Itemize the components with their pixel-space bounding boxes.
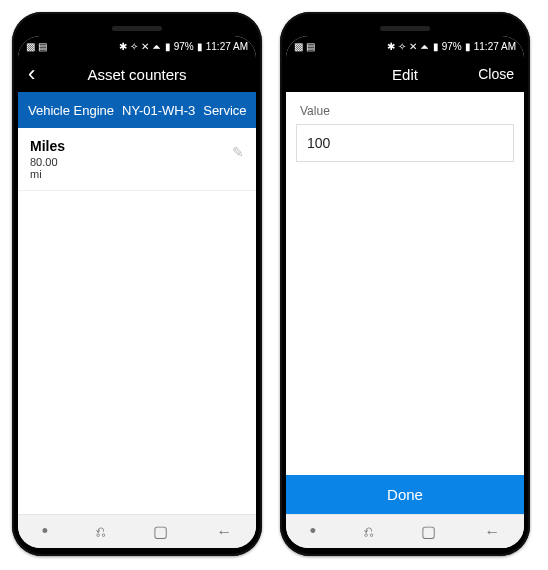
content: Miles 80.00 mi ✎ <box>18 128 256 514</box>
nav-home-button[interactable]: ▢ <box>153 522 168 541</box>
screen-right: ▩ ▤ ✱ ✧ ✕ ⏶ ▮ 97% ▮ 11:27 AM Edit Close … <box>286 36 524 548</box>
clock: 11:27 AM <box>206 41 248 52</box>
status-app2-icon: ▤ <box>38 41 47 52</box>
status-app2-icon: ▤ <box>306 41 315 52</box>
asset-header: Vehicle Engine NY-01-WH-3 Service <box>18 92 256 128</box>
back-button[interactable]: ‹ <box>28 61 72 87</box>
battery-icon: ▮ <box>465 41 471 52</box>
value-input[interactable]: 100 <box>296 124 514 162</box>
battery-icon: ▮ <box>197 41 203 52</box>
close-button[interactable]: Close <box>470 66 514 82</box>
mute-icon: ✕ <box>409 41 417 52</box>
asset-type: Vehicle Engine <box>28 103 114 118</box>
nav-home-button[interactable]: ▢ <box>421 522 436 541</box>
content: Value 100 Done <box>286 92 524 514</box>
app-bar: Edit Close <box>286 56 524 92</box>
nav-bar: • ⎌ ▢ ← <box>18 514 256 548</box>
counter-value: 80.00 <box>30 156 65 168</box>
clock: 11:27 AM <box>474 41 516 52</box>
asset-id: NY-01-WH-3 <box>122 103 195 118</box>
status-app1-icon: ▩ <box>294 41 303 52</box>
page-title: Asset counters <box>72 66 202 83</box>
signal-icon: ▮ <box>165 41 171 52</box>
status-bar: ▩ ▤ ✱ ✧ ✕ ⏶ ▮ 97% ▮ 11:27 AM <box>286 36 524 56</box>
nav-back-button[interactable]: ← <box>484 523 500 541</box>
edit-icon[interactable]: ✎ <box>232 138 244 160</box>
nav-back-button[interactable]: ← <box>216 523 232 541</box>
wifi-icon: ⏶ <box>152 41 162 52</box>
nav-recents-button[interactable]: ⎌ <box>364 523 374 541</box>
vibrate-icon: ✧ <box>398 41 406 52</box>
signal-icon: ▮ <box>433 41 439 52</box>
nav-menu-button[interactable]: • <box>310 521 316 542</box>
nav-menu-button[interactable]: • <box>42 521 48 542</box>
counter-unit: mi <box>30 168 65 180</box>
value-label: Value <box>286 92 524 122</box>
screen-left: ▩ ▤ ✱ ✧ ✕ ⏶ ▮ 97% ▮ 11:27 AM ‹ Asset cou… <box>18 36 256 548</box>
battery-pct: 97% <box>442 41 462 52</box>
page-title: Edit <box>340 66 470 83</box>
done-button[interactable]: Done <box>286 475 524 514</box>
mute-icon: ✕ <box>141 41 149 52</box>
phone-left: ▩ ▤ ✱ ✧ ✕ ⏶ ▮ 97% ▮ 11:27 AM ‹ Asset cou… <box>12 12 262 556</box>
status-app1-icon: ▩ <box>26 41 35 52</box>
phone-right: ▩ ▤ ✱ ✧ ✕ ⏶ ▮ 97% ▮ 11:27 AM Edit Close … <box>280 12 530 556</box>
status-bar: ▩ ▤ ✱ ✧ ✕ ⏶ ▮ 97% ▮ 11:27 AM <box>18 36 256 56</box>
nav-recents-button[interactable]: ⎌ <box>96 523 106 541</box>
wifi-icon: ⏶ <box>420 41 430 52</box>
vibrate-icon: ✧ <box>130 41 138 52</box>
bluetooth-icon: ✱ <box>119 41 127 52</box>
counter-name: Miles <box>30 138 65 154</box>
bluetooth-icon: ✱ <box>387 41 395 52</box>
battery-pct: 97% <box>174 41 194 52</box>
asset-service: Service <box>203 103 246 118</box>
app-bar: ‹ Asset counters <box>18 56 256 92</box>
counter-row[interactable]: Miles 80.00 mi ✎ <box>18 128 256 191</box>
nav-bar: • ⎌ ▢ ← <box>286 514 524 548</box>
